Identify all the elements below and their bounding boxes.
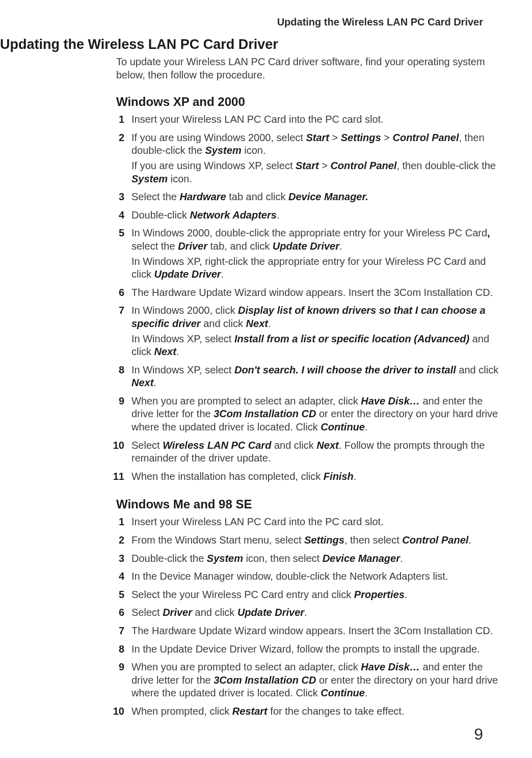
step-body: Select the your Wireless PC Card entry a… [131, 588, 499, 602]
step-number: 3 [0, 191, 131, 204]
step-paragraph: When you are prompted to select an adapt… [131, 395, 499, 434]
text-run: Select the your Wireless PC Card entry a… [131, 589, 354, 600]
step-item: 7In Windows 2000, click Display list of … [0, 304, 499, 358]
text-run: . [365, 421, 368, 432]
text-run: for the changes to take effect. [268, 706, 405, 717]
emph-text: Continue [321, 421, 365, 432]
text-run: and click [192, 607, 237, 618]
step-paragraph: In Windows XP, select Install from a lis… [131, 333, 499, 359]
step-paragraph: Select the your Wireless PC Card entry a… [131, 588, 499, 602]
text-run: . [277, 209, 280, 221]
section-heading: Windows XP and 2000 [116, 95, 499, 109]
step-number: 2 [0, 131, 131, 145]
text-run: When prompted, click [131, 706, 232, 717]
emph-text: Network Adapters [190, 209, 276, 221]
step-paragraph: In Windows XP, select Don't search. I wi… [131, 364, 499, 390]
text-run: select the [131, 240, 178, 252]
emph-text: Settings [341, 132, 381, 143]
step-body: If you are using Windows 2000, select St… [131, 131, 499, 185]
text-run: . [176, 346, 179, 357]
emph-text: Driver [163, 607, 192, 618]
text-run: . [365, 687, 368, 698]
step-item: 8In Windows XP, select Don't search. I w… [0, 364, 499, 390]
step-paragraph: In the Update Device Driver Wizard, foll… [131, 643, 499, 656]
step-paragraph: The Hardware Update Wizard window appear… [131, 625, 499, 638]
emph-text: Next [131, 377, 153, 388]
text-run: If you are using Windows 2000, select [131, 132, 306, 143]
step-paragraph: From the Windows Start menu, select Sett… [131, 534, 499, 547]
step-number: 3 [0, 552, 131, 565]
step-item: 5Select the your Wireless PC Card entry … [0, 588, 499, 602]
text-run: . [354, 471, 357, 482]
emph-text: Update Driver [273, 240, 339, 252]
emph-text: Don't search. I will choose the driver t… [234, 364, 456, 375]
step-paragraph: Select Driver and click Update Driver. [131, 606, 499, 619]
emph-text: Next [246, 318, 268, 329]
step-item: 11When the installation has completed, c… [0, 470, 499, 483]
emph-text: Restart [232, 706, 268, 717]
step-paragraph: When you are prompted to select an adapt… [131, 661, 499, 700]
step-paragraph: In the Device Manager window, double-cli… [131, 570, 499, 583]
intro-paragraph: To update your Wireless LAN PC Card driv… [116, 56, 499, 82]
emph-text: System [131, 173, 168, 184]
text-run: Double-click [131, 209, 190, 221]
text-run: In Windows XP, select [131, 333, 234, 344]
emph-text: Update Driver [154, 268, 221, 280]
step-paragraph: If you are using Windows XP, select Star… [131, 159, 499, 185]
text-run: and click [271, 440, 316, 451]
text-run: Insert your Wireless LAN PC Card into th… [131, 516, 384, 527]
text-run: and click [201, 318, 246, 329]
section-heading: Windows Me and 98 SE [116, 497, 499, 511]
step-number: 6 [0, 286, 131, 300]
step-number: 8 [0, 643, 131, 656]
text-run: Insert your Wireless LAN PC Card into th… [131, 114, 384, 125]
text-run: . [153, 377, 156, 388]
step-item: 4Double-click Network Adapters. [0, 209, 499, 222]
step-body: Double-click the System icon, then selec… [131, 552, 499, 565]
step-paragraph: In Windows 2000, click Display list of k… [131, 304, 499, 330]
emph-text: System [207, 553, 243, 564]
text-run: When the installation has completed, cli… [131, 471, 324, 482]
emph-text: Next [316, 440, 338, 451]
step-item: 10Select Wireless LAN PC Card and click … [0, 439, 499, 465]
text-run: and click [456, 364, 498, 375]
step-number: 5 [0, 588, 131, 602]
page-title: Updating the Wireless LAN PC Card Driver [0, 37, 499, 52]
step-number: 9 [0, 661, 131, 674]
step-paragraph: Double-click the System icon, then selec… [131, 552, 499, 565]
text-run: The Hardware Update Wizard window appear… [131, 287, 493, 298]
text-run: . [339, 240, 342, 252]
step-body: When prompted, click Restart for the cha… [131, 705, 499, 718]
emph-text: Device Manager. [288, 191, 368, 202]
text-run: When you are prompted to select an adapt… [131, 395, 361, 407]
step-body: Insert your Wireless LAN PC Card into th… [131, 113, 499, 126]
text-run: . [221, 268, 224, 280]
emph-text: Control Panel [392, 132, 459, 143]
step-item: 6Select Driver and click Update Driver. [0, 606, 499, 619]
step-body: Select Driver and click Update Driver. [131, 606, 499, 619]
emph-text: 3Com Installation CD [214, 674, 316, 686]
emph-text: Hardware [180, 191, 226, 202]
emph-text: System [205, 145, 242, 156]
step-number: 5 [0, 227, 131, 240]
step-item: 1Insert your Wireless LAN PC Card into t… [0, 516, 499, 529]
step-body: When you are prompted to select an adapt… [131, 661, 499, 700]
emph-text: Settings [304, 534, 344, 546]
step-item: 3Select the Hardware tab and click Devic… [0, 191, 499, 204]
step-body: The Hardware Update Wizard window appear… [131, 286, 499, 300]
step-item: 10When prompted, click Restart for the c… [0, 705, 499, 718]
emph-text: , [487, 227, 490, 238]
text-run: . [400, 553, 403, 564]
step-number: 4 [0, 209, 131, 222]
emph-text: Next [154, 346, 176, 357]
step-body: In Windows XP, select Don't search. I wi… [131, 364, 499, 390]
text-run: The Hardware Update Wizard window appear… [131, 625, 493, 636]
emph-text: Have Disk… [361, 661, 420, 672]
step-item: 7The Hardware Update Wizard window appea… [0, 625, 499, 638]
step-number: 6 [0, 606, 131, 619]
text-run: . [468, 534, 471, 546]
step-paragraph: Select the Hardware tab and click Device… [131, 191, 499, 204]
step-body: Double-click Network Adapters. [131, 209, 499, 222]
step-paragraph: Insert your Wireless LAN PC Card into th… [131, 516, 499, 529]
text-run: Select [131, 607, 163, 618]
